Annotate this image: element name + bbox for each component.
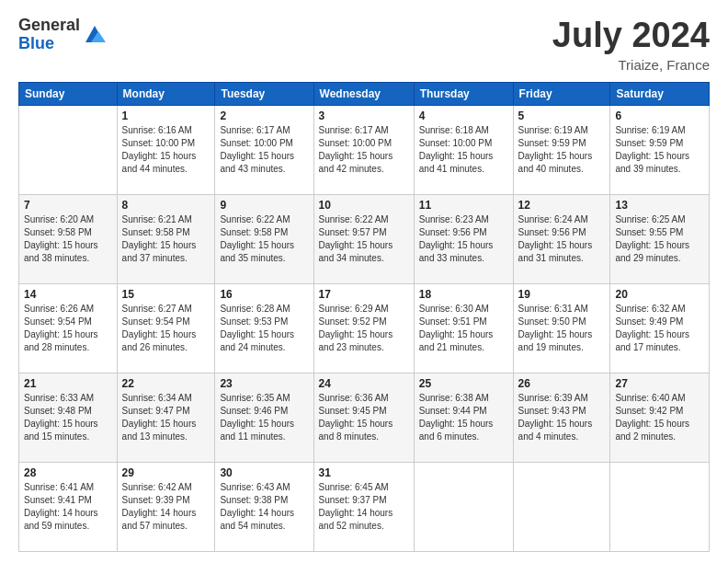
day-info: Sunrise: 6:26 AM Sunset: 9:54 PM Dayligh… (24, 303, 112, 354)
table-row: 11Sunrise: 6:23 AM Sunset: 9:56 PM Dayli… (414, 194, 513, 283)
day-number: 11 (419, 199, 508, 212)
table-row: 4Sunrise: 6:18 AM Sunset: 10:00 PM Dayli… (414, 105, 513, 194)
table-row (414, 462, 513, 551)
day-info: Sunrise: 6:17 AM Sunset: 10:00 PM Daylig… (319, 124, 409, 176)
day-number: 4 (419, 109, 508, 122)
day-number: 14 (24, 288, 112, 301)
calendar-week-2: 7Sunrise: 6:20 AM Sunset: 9:58 PM Daylig… (19, 194, 710, 283)
day-number: 3 (319, 109, 409, 122)
page: General Blue July 2024 Triaize, France S… (0, 0, 728, 563)
day-info: Sunrise: 6:31 AM Sunset: 9:50 PM Dayligh… (518, 303, 606, 354)
day-info: Sunrise: 6:24 AM Sunset: 9:56 PM Dayligh… (518, 213, 606, 265)
title-block: July 2024 Triaize, France (552, 17, 710, 73)
table-row: 2Sunrise: 6:17 AM Sunset: 10:00 PM Dayli… (215, 105, 313, 194)
day-info: Sunrise: 6:28 AM Sunset: 9:53 PM Dayligh… (220, 303, 308, 354)
day-info: Sunrise: 6:38 AM Sunset: 9:44 PM Dayligh… (419, 392, 508, 443)
day-number: 26 (518, 377, 606, 390)
table-row: 17Sunrise: 6:29 AM Sunset: 9:52 PM Dayli… (313, 283, 414, 373)
table-row: 16Sunrise: 6:28 AM Sunset: 9:53 PM Dayli… (215, 283, 313, 373)
day-info: Sunrise: 6:29 AM Sunset: 9:52 PM Dayligh… (319, 303, 409, 354)
day-info: Sunrise: 6:36 AM Sunset: 9:45 PM Dayligh… (319, 392, 409, 443)
day-info: Sunrise: 6:19 AM Sunset: 9:59 PM Dayligh… (615, 124, 704, 176)
location: Triaize, France (552, 57, 710, 73)
day-number: 23 (220, 377, 308, 390)
day-number: 1 (122, 109, 210, 122)
day-number: 27 (615, 377, 704, 390)
day-info: Sunrise: 6:18 AM Sunset: 10:00 PM Daylig… (419, 124, 508, 176)
day-info: Sunrise: 6:34 AM Sunset: 9:47 PM Dayligh… (122, 392, 210, 443)
day-number: 19 (518, 288, 606, 301)
day-info: Sunrise: 6:22 AM Sunset: 9:58 PM Dayligh… (220, 213, 308, 265)
day-number: 10 (319, 199, 409, 212)
table-row: 18Sunrise: 6:30 AM Sunset: 9:51 PM Dayli… (414, 283, 513, 373)
day-number: 9 (220, 199, 308, 212)
day-info: Sunrise: 6:17 AM Sunset: 10:00 PM Daylig… (220, 124, 308, 176)
day-info: Sunrise: 6:40 AM Sunset: 9:42 PM Dayligh… (615, 392, 704, 443)
calendar-week-1: 1Sunrise: 6:16 AM Sunset: 10:00 PM Dayli… (19, 105, 710, 194)
col-friday: Friday (513, 82, 610, 105)
day-number: 2 (220, 109, 308, 122)
table-row: 26Sunrise: 6:39 AM Sunset: 9:43 PM Dayli… (513, 373, 610, 462)
day-number: 30 (220, 466, 308, 479)
day-number: 21 (24, 377, 112, 390)
day-number: 13 (615, 199, 704, 212)
day-info: Sunrise: 6:23 AM Sunset: 9:56 PM Dayligh… (419, 213, 508, 265)
day-info: Sunrise: 6:33 AM Sunset: 9:48 PM Dayligh… (24, 392, 112, 443)
day-number: 22 (122, 377, 210, 390)
calendar-header: Sunday Monday Tuesday Wednesday Thursday… (19, 82, 710, 105)
table-row: 19Sunrise: 6:31 AM Sunset: 9:50 PM Dayli… (513, 283, 610, 373)
day-number: 7 (24, 199, 112, 212)
table-row: 1Sunrise: 6:16 AM Sunset: 10:00 PM Dayli… (117, 105, 215, 194)
col-sunday: Sunday (19, 82, 118, 105)
table-row: 12Sunrise: 6:24 AM Sunset: 9:56 PM Dayli… (513, 194, 610, 283)
calendar-week-4: 21Sunrise: 6:33 AM Sunset: 9:48 PM Dayli… (19, 373, 710, 462)
col-tuesday: Tuesday (215, 82, 313, 105)
table-row: 14Sunrise: 6:26 AM Sunset: 9:54 PM Dayli… (19, 283, 118, 373)
day-number: 28 (24, 466, 112, 479)
header: General Blue July 2024 Triaize, France (18, 17, 710, 73)
day-number: 20 (615, 288, 704, 301)
table-row: 31Sunrise: 6:45 AM Sunset: 9:37 PM Dayli… (313, 462, 414, 551)
table-row (19, 105, 118, 194)
day-info: Sunrise: 6:19 AM Sunset: 9:59 PM Dayligh… (518, 124, 606, 176)
table-row (610, 462, 710, 551)
day-info: Sunrise: 6:32 AM Sunset: 9:49 PM Dayligh… (615, 303, 704, 354)
day-info: Sunrise: 6:41 AM Sunset: 9:41 PM Dayligh… (24, 481, 112, 533)
table-row: 20Sunrise: 6:32 AM Sunset: 9:49 PM Dayli… (610, 283, 710, 373)
table-row (513, 462, 610, 551)
table-row: 28Sunrise: 6:41 AM Sunset: 9:41 PM Dayli… (19, 462, 118, 551)
day-info: Sunrise: 6:42 AM Sunset: 9:39 PM Dayligh… (122, 481, 210, 533)
table-row: 5Sunrise: 6:19 AM Sunset: 9:59 PM Daylig… (513, 105, 610, 194)
day-number: 29 (122, 466, 210, 479)
logo: General Blue (18, 17, 108, 53)
table-row: 7Sunrise: 6:20 AM Sunset: 9:58 PM Daylig… (19, 194, 118, 283)
calendar-body: 1Sunrise: 6:16 AM Sunset: 10:00 PM Dayli… (19, 105, 710, 551)
table-row: 23Sunrise: 6:35 AM Sunset: 9:46 PM Dayli… (215, 373, 313, 462)
table-row: 9Sunrise: 6:22 AM Sunset: 9:58 PM Daylig… (215, 194, 313, 283)
day-number: 17 (319, 288, 409, 301)
col-thursday: Thursday (414, 82, 513, 105)
day-info: Sunrise: 6:20 AM Sunset: 9:58 PM Dayligh… (24, 213, 112, 265)
day-number: 6 (615, 109, 704, 122)
logo-general: General (18, 16, 80, 34)
day-number: 15 (122, 288, 210, 301)
logo-text: General Blue (18, 17, 80, 53)
day-info: Sunrise: 6:21 AM Sunset: 9:58 PM Dayligh… (122, 213, 210, 265)
table-row: 21Sunrise: 6:33 AM Sunset: 9:48 PM Dayli… (19, 373, 118, 462)
day-number: 16 (220, 288, 308, 301)
table-row: 10Sunrise: 6:22 AM Sunset: 9:57 PM Dayli… (313, 194, 414, 283)
day-info: Sunrise: 6:35 AM Sunset: 9:46 PM Dayligh… (220, 392, 308, 443)
table-row: 30Sunrise: 6:43 AM Sunset: 9:38 PM Dayli… (215, 462, 313, 551)
table-row: 24Sunrise: 6:36 AM Sunset: 9:45 PM Dayli… (313, 373, 414, 462)
table-row: 25Sunrise: 6:38 AM Sunset: 9:44 PM Dayli… (414, 373, 513, 462)
table-row: 15Sunrise: 6:27 AM Sunset: 9:54 PM Dayli… (117, 283, 215, 373)
logo-icon (82, 22, 108, 48)
day-info: Sunrise: 6:45 AM Sunset: 9:37 PM Dayligh… (319, 481, 409, 533)
logo-blue: Blue (18, 34, 54, 52)
day-info: Sunrise: 6:39 AM Sunset: 9:43 PM Dayligh… (518, 392, 606, 443)
table-row: 22Sunrise: 6:34 AM Sunset: 9:47 PM Dayli… (117, 373, 215, 462)
day-number: 31 (319, 466, 409, 479)
table-row: 3Sunrise: 6:17 AM Sunset: 10:00 PM Dayli… (313, 105, 414, 194)
day-number: 18 (419, 288, 508, 301)
calendar-table: Sunday Monday Tuesday Wednesday Thursday… (18, 82, 710, 552)
